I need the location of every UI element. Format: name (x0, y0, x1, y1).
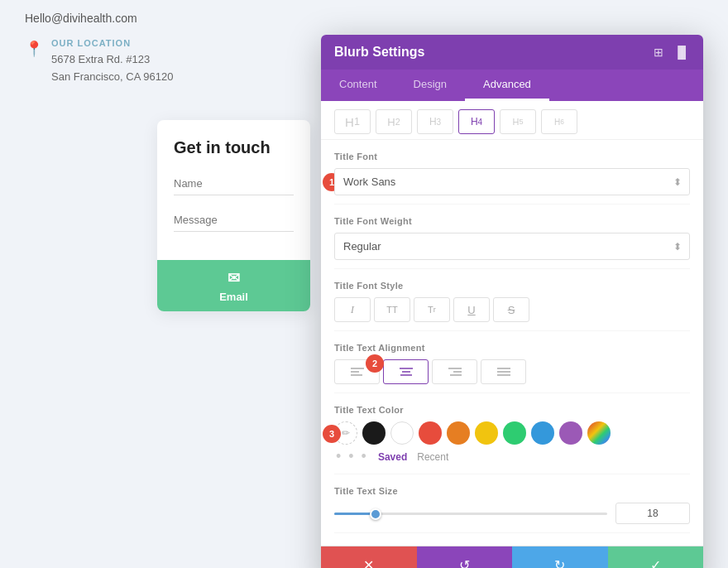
title-text-alignment-label: Title Text Alignment (334, 343, 690, 353)
title-font-setting: Title Font 1 Work Sans ⬍ (334, 140, 690, 205)
color-saved-row: • • • Saved Recent (334, 448, 690, 465)
title-letter-spacing-setting: Title Letter Spacing 4 (334, 533, 690, 546)
title-font-style-setting: Title Font Style I TT Tr U S (334, 269, 690, 331)
expand-icon[interactable]: ⊞ (654, 46, 663, 59)
tabs-row: Content Design Advanced (321, 70, 703, 101)
form-title: Get in touch (174, 138, 294, 157)
location-row: 📍 OUR LOCATION 5678 Extra Rd. #123 San F… (25, 38, 298, 86)
blurb-settings-modal: Blurb Settings ⊞ ▐▌ Content Design Advan… (321, 35, 703, 568)
tab-design[interactable]: Design (395, 70, 465, 101)
h2-button[interactable]: H2 (376, 109, 412, 134)
title-font-weight-label: Title Font Weight (334, 216, 690, 226)
confirm-button[interactable]: ✓ (608, 546, 704, 568)
action-bar: ✕ ↺ ↻ ✓ (321, 546, 703, 568)
color-purple[interactable] (559, 421, 582, 445)
small-caps-button[interactable]: Tr (414, 297, 450, 322)
title-font-weight-select[interactable]: Regular (334, 233, 690, 260)
title-font-select[interactable]: Work Sans (334, 168, 690, 195)
alignment-buttons (334, 359, 690, 384)
italic-button[interactable]: I (334, 297, 371, 322)
color-black[interactable] (362, 421, 386, 445)
text-size-input[interactable] (615, 503, 690, 524)
badge-3: 3 (323, 425, 341, 443)
all-caps-button[interactable]: TT (374, 297, 410, 322)
text-size-slider-thumb[interactable] (370, 508, 381, 520)
location-pin-icon: 📍 (25, 40, 43, 58)
title-text-size-label: Title Text Size (334, 486, 690, 496)
saved-label[interactable]: Saved (378, 451, 407, 463)
delete-button[interactable]: ✕ (321, 546, 417, 568)
heading-level-row: H1 H2 H3 H4 H5 H6 (321, 101, 703, 140)
title-font-select-wrap: Work Sans ⬍ (334, 168, 690, 195)
font-style-buttons: I TT Tr U S (334, 297, 690, 322)
email-button[interactable]: ✉ Email (157, 260, 310, 311)
email-icon: ✉ (228, 269, 240, 287)
h3-button[interactable]: H3 (417, 109, 453, 134)
color-green[interactable] (503, 421, 526, 445)
color-white[interactable] (390, 421, 414, 445)
align-center-button[interactable] (383, 359, 429, 384)
title-text-size-setting: Title Text Size (334, 474, 690, 533)
title-text-color-setting: Title Text Color 3 ✏ (334, 393, 690, 474)
color-gradient-button[interactable] (587, 421, 611, 445)
h6-button[interactable]: H6 (541, 109, 577, 134)
location-label: OUR LOCATION (51, 38, 173, 48)
h1-button[interactable]: H1 (334, 109, 371, 134)
modal-title: Blurb Settings (334, 45, 424, 60)
title-text-alignment-setting: Title Text Alignment 2 (334, 331, 690, 393)
columns-icon[interactable]: ▐▌ (673, 46, 690, 59)
email-button-label: Email (219, 291, 248, 303)
settings-body: Title Font 1 Work Sans ⬍ Title Font Weig… (321, 140, 703, 546)
email-text: Hello@divihealth.com (25, 8, 298, 25)
undo-button[interactable]: ↺ (417, 546, 513, 568)
h4-button[interactable]: H4 (458, 109, 495, 134)
color-blue[interactable] (531, 421, 554, 445)
redo-button[interactable]: ↻ (512, 546, 608, 568)
color-yellow[interactable] (475, 421, 498, 445)
title-font-label: Title Font (334, 152, 690, 161)
contact-form: Get in touch ✉ Email (157, 120, 310, 311)
title-font-style-label: Title Font Style (334, 281, 690, 291)
address-line1: 5678 Extra Rd. #123 (51, 51, 173, 69)
strikethrough-button[interactable]: S (493, 297, 529, 322)
more-colors-icon[interactable]: • • • (336, 448, 368, 465)
title-font-weight-setting: Title Font Weight Regular ⬍ (334, 205, 690, 269)
modal-header-actions: ⊞ ▐▌ (654, 46, 690, 59)
text-size-slider-track[interactable] (334, 513, 607, 515)
title-text-color-label: Title Text Color (334, 405, 690, 415)
h5-button[interactable]: H5 (500, 109, 536, 134)
align-justify-button[interactable] (481, 359, 526, 384)
color-red[interactable] (419, 421, 442, 445)
contact-info: Hello@divihealth.com 📍 OUR LOCATION 5678… (0, 0, 323, 103)
recent-label[interactable]: Recent (417, 451, 448, 463)
message-input[interactable] (174, 209, 294, 232)
title-font-weight-select-wrap: Regular ⬍ (334, 233, 690, 260)
color-swatches: ✏ (334, 421, 690, 445)
tab-content[interactable]: Content (321, 70, 395, 101)
badge-2: 2 (366, 354, 384, 373)
color-orange[interactable] (447, 421, 470, 445)
underline-button[interactable]: U (453, 297, 490, 322)
modal-header: Blurb Settings ⊞ ▐▌ (321, 35, 703, 70)
text-size-slider-row (334, 503, 690, 524)
address-line2: San Francisco, CA 96120 (51, 69, 173, 86)
tab-advanced[interactable]: Advanced (465, 70, 549, 101)
align-right-button[interactable] (432, 359, 477, 384)
name-input[interactable] (174, 172, 294, 195)
